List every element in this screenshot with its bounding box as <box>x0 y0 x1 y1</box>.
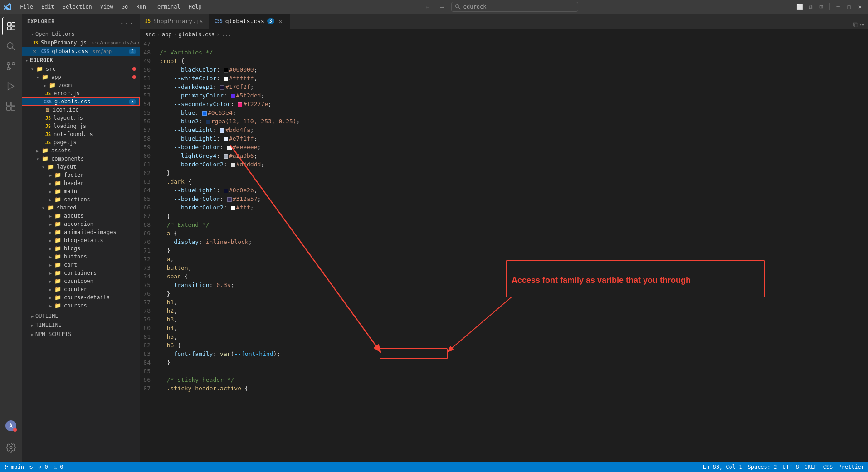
folder-header[interactable]: ▶ 📁 header <box>22 179 140 187</box>
folder-counter[interactable]: ▶ 📁 counter <box>22 285 140 293</box>
file-pagejs[interactable]: JS page.js <box>22 138 140 146</box>
folder-icon: 📁 <box>54 237 61 243</box>
spaces[interactable]: Spaces: 2 <box>747 464 777 470</box>
status-bar: main ↻ ⊗ 0 ⚠ 0 Ln 83, Col 1 Spaces: 2 UT… <box>0 462 868 472</box>
split-right-button[interactable]: ⧉ <box>853 20 858 29</box>
folder-name: blog-details <box>64 237 103 243</box>
line-ending[interactable]: CRLF <box>805 464 818 470</box>
svg-rect-4 <box>8 27 11 30</box>
folder-layout[interactable]: ▾ 📁 layout <box>22 163 140 171</box>
git-branch[interactable]: main <box>4 464 24 470</box>
folder-courses[interactable]: ▶ 📁 courses <box>22 302 140 310</box>
folder-name: blogs <box>64 245 80 252</box>
layout-panel-icon[interactable]: ⬜ <box>795 2 804 11</box>
activity-settings[interactable] <box>2 438 20 457</box>
tab-close-button[interactable]: ✕ <box>277 18 284 25</box>
minimize-button[interactable]: ─ <box>834 2 843 11</box>
chevron-components: ▾ <box>36 156 39 161</box>
menu-file[interactable]: File <box>16 3 37 11</box>
code-line: 85 <box>140 367 868 375</box>
folder-assets[interactable]: ▶ 📁 assets <box>22 146 140 155</box>
file-icon-ico[interactable]: 🖼 icon.ico <box>22 106 140 114</box>
code-editor[interactable]: 47 48 /* Variables */ 49 :root { 50 --bl… <box>140 39 868 462</box>
activity-debug[interactable] <box>2 77 20 95</box>
encoding[interactable]: UTF-8 <box>782 464 799 470</box>
open-file-shopprimary[interactable]: JS ShopPrimary.js src/components/section… <box>22 39 140 47</box>
folder-accordion[interactable]: ▶ 📁 accordion <box>22 220 140 228</box>
close-button[interactable]: ✕ <box>855 2 864 11</box>
maximize-button[interactable]: □ <box>844 2 853 11</box>
menu-view[interactable]: View <box>97 3 117 11</box>
activity-explorer[interactable] <box>2 17 20 35</box>
nav-back-button[interactable]: ← <box>422 1 433 12</box>
outline-section[interactable]: ▶ OUTLINE <box>22 311 140 321</box>
folder-name: assets <box>51 147 71 154</box>
open-file-globals-css[interactable]: ✕ CSS globals.css src/app 3 <box>22 47 140 56</box>
file-notfoundjs[interactable]: JS not-found.js <box>22 130 140 138</box>
folder-app[interactable]: ▾ 📁 app <box>22 73 140 81</box>
code-line: 60 --lightGrey4: #a2a9b6; <box>140 151 868 160</box>
folder-footer[interactable]: ▶ 📁 footer <box>22 171 140 179</box>
folder-blogs[interactable]: ▶ 📁 blogs <box>22 244 140 253</box>
folder-blog-details[interactable]: ▶ 📁 blog-details <box>22 236 140 244</box>
customize-layout-icon[interactable]: ⊞ <box>817 2 826 11</box>
code-line: 74 span { <box>140 272 868 281</box>
menu-run[interactable]: Run <box>132 3 150 11</box>
folder-countdown[interactable]: ▶ 📁 countdown <box>22 277 140 285</box>
npm-label: NPM SCRIPTS <box>35 331 71 337</box>
svg-point-6 <box>7 43 13 49</box>
menu-selection[interactable]: Selection <box>59 3 96 11</box>
split-editor-icon[interactable]: ⧉ <box>806 2 815 11</box>
tab-shopprimary[interactable]: JS ShopPrimary.js <box>140 14 209 29</box>
activity-source-control[interactable] <box>2 57 20 75</box>
file-layoutjs[interactable]: JS layout.js <box>22 114 140 122</box>
folder-cart[interactable]: ▶ 📁 cart <box>22 261 140 269</box>
global-search-bar[interactable]: edurock <box>451 2 578 12</box>
close-tab-icon[interactable]: ✕ <box>33 48 36 55</box>
folder-animaited-images[interactable]: ▶ 📁 animaited-images <box>22 228 140 236</box>
folder-zoom[interactable]: ▶ 📁 zoom <box>22 81 140 89</box>
folder-icon: 📁 <box>47 204 54 211</box>
folder-abouts[interactable]: ▶ 📁 abouts <box>22 212 140 220</box>
more-tabs-button[interactable]: ⋯ <box>860 20 864 29</box>
folder-name: buttons <box>64 253 87 260</box>
language-mode[interactable]: CSS <box>823 464 833 470</box>
breadcrumb-src[interactable]: src <box>145 31 155 38</box>
folder-src[interactable]: ▾ 📁 src <box>22 65 140 73</box>
edurock-root[interactable]: ▾ EDUROCK <box>22 56 140 65</box>
sync-icon[interactable]: ↻ <box>29 464 33 470</box>
folder-main[interactable]: ▶ 📁 main <box>22 187 140 195</box>
breadcrumb-file[interactable]: globals.css <box>179 31 215 38</box>
folder-containers[interactable]: ▶ 📁 containers <box>22 269 140 277</box>
activity-extensions[interactable] <box>2 97 20 115</box>
folder-course-details[interactable]: ▶ 📁 course-details <box>22 293 140 302</box>
code-line: 56 --blue2: rgba(13, 110, 253, 0.25); <box>140 117 868 126</box>
breadcrumb-more[interactable]: ... <box>222 31 232 38</box>
menu-help[interactable]: Help <box>185 3 205 11</box>
menu-edit[interactable]: Edit <box>38 3 58 11</box>
file-globals-css-selected[interactable]: CSS globals.css 3 <box>22 97 140 106</box>
folder-sections[interactable]: ▶ 📁 sections <box>22 195 140 204</box>
activity-account[interactable]: A <box>2 417 20 435</box>
menu-terminal[interactable]: Terminal <box>151 3 184 11</box>
js-tab-icon: JS <box>145 19 151 24</box>
tab-globals-css[interactable]: CSS globals.css 3 ✕ <box>209 14 290 29</box>
code-line: 72 a, <box>140 255 868 263</box>
file-errorjs[interactable]: JS error.js <box>22 89 140 97</box>
folder-shared[interactable]: ▾ 📁 shared <box>22 204 140 212</box>
timeline-section[interactable]: ▶ TIMELINE <box>22 321 140 330</box>
prettier[interactable]: Prettier <box>838 464 864 470</box>
npm-scripts-section[interactable]: ▶ NPM SCRIPTS <box>22 330 140 339</box>
code-line: 84 } <box>140 358 868 367</box>
more-actions-button[interactable]: ... <box>120 17 134 26</box>
breadcrumb-app[interactable]: app <box>162 31 172 38</box>
open-editors-header[interactable]: ▾ Open Editors <box>22 29 140 39</box>
folder-icon: 📁 <box>54 253 61 260</box>
chevron-counter: ▶ <box>49 287 52 292</box>
folder-components[interactable]: ▾ 📁 components <box>22 155 140 163</box>
activity-search[interactable] <box>2 37 20 55</box>
menu-go[interactable]: Go <box>118 3 132 11</box>
file-loadingjs[interactable]: JS loading.js <box>22 122 140 130</box>
folder-buttons[interactable]: ▶ 📁 buttons <box>22 253 140 261</box>
nav-forward-button[interactable]: → <box>437 1 448 12</box>
